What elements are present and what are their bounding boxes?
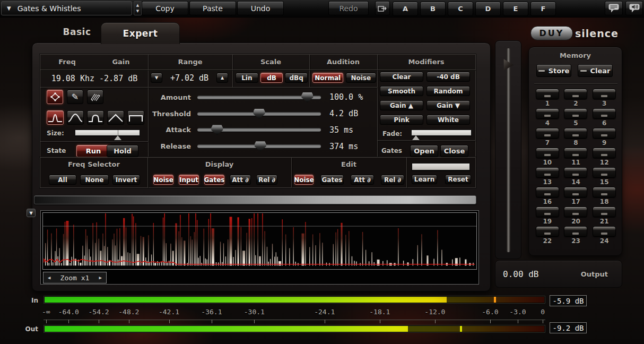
memory-slot-2-button[interactable] bbox=[564, 89, 587, 99]
preset-slot-c-button[interactable]: C bbox=[448, 2, 473, 16]
gates-open-button[interactable]: Open bbox=[410, 145, 438, 157]
edit-rel-button[interactable]: Rel ∂ bbox=[381, 175, 404, 185]
shape-peak-button[interactable] bbox=[107, 110, 124, 125]
memory-slot-4-button[interactable] bbox=[536, 108, 559, 119]
reset-button[interactable]: Reset bbox=[445, 175, 471, 184]
state-hold-button[interactable]: Hold bbox=[107, 145, 138, 157]
insert-preset-button[interactable] bbox=[375, 1, 390, 15]
display-rel-button[interactable]: Rel ∂ bbox=[256, 175, 277, 185]
paste-button[interactable]: Paste bbox=[189, 1, 236, 15]
modifier-40-db-button[interactable]: -40 dB bbox=[427, 72, 470, 82]
preset-slot-a-button[interactable]: A bbox=[393, 2, 418, 16]
memory-slot-10-button[interactable] bbox=[536, 148, 559, 158]
output-fader-handle[interactable] bbox=[503, 58, 514, 71]
freq-selector-all-button[interactable]: All bbox=[49, 175, 76, 185]
zoom-out-icon[interactable]: ◀ bbox=[43, 275, 55, 280]
learn-button[interactable]: Learn bbox=[412, 175, 437, 184]
release-slider-handle[interactable] bbox=[255, 141, 266, 151]
zoom-control[interactable]: ◀ Zoom x1 ▶ bbox=[43, 272, 107, 283]
zoom-in-icon[interactable]: ▶ bbox=[95, 275, 106, 280]
preset-slot-d-button[interactable]: D bbox=[475, 2, 501, 16]
range-increment-button[interactable]: ▲ bbox=[216, 73, 228, 83]
undo-button[interactable]: Undo bbox=[237, 1, 284, 15]
memory-slot-11-button[interactable] bbox=[564, 148, 587, 158]
audition-normal-button[interactable]: Normal bbox=[312, 73, 343, 83]
redo-button[interactable]: Redo bbox=[328, 1, 369, 15]
memory-clear-button[interactable]: Clear bbox=[578, 64, 613, 77]
size-slider-handle[interactable] bbox=[114, 135, 121, 140]
freq-selector-invert-button[interactable]: Invert bbox=[112, 175, 140, 185]
modifier-white-button[interactable]: White bbox=[427, 115, 470, 125]
memory-slot-17-button[interactable] bbox=[564, 187, 587, 197]
release-slider[interactable] bbox=[197, 144, 321, 148]
state-run-button[interactable]: Run bbox=[76, 145, 110, 157]
scale-db-button[interactable]: dB bbox=[260, 73, 283, 83]
spectrum-display[interactable]: ◀ Zoom x1 ▶ bbox=[40, 210, 479, 285]
threshold-slider[interactable] bbox=[197, 112, 321, 116]
memory-slot-1-button[interactable] bbox=[536, 89, 559, 99]
gates-close-button[interactable]: Close bbox=[440, 145, 468, 157]
range-decrement-button[interactable]: ▼ bbox=[151, 73, 162, 83]
display-scrollbar[interactable] bbox=[34, 195, 476, 204]
display-marker-button[interactable]: ▼ bbox=[27, 209, 36, 217]
pencil-tool-button[interactable]: ✎ bbox=[67, 90, 83, 104]
display-input-button[interactable]: Input bbox=[179, 175, 199, 185]
memory-store-button[interactable]: Store bbox=[536, 64, 571, 77]
modifier-gain-button[interactable]: Gain ▼ bbox=[427, 100, 470, 110]
memory-slot-9-button[interactable] bbox=[593, 128, 616, 139]
audio-preview-button[interactable] bbox=[625, 1, 643, 15]
scale-lin-button[interactable]: Lin bbox=[236, 73, 258, 83]
copy-button[interactable]: Copy bbox=[142, 1, 188, 15]
preset-selector[interactable]: ▼ Gates & Whistles bbox=[1, 1, 132, 15]
preset-spinner[interactable]: ▲ ▼ bbox=[134, 1, 142, 15]
hatch-tool-button[interactable] bbox=[87, 90, 103, 104]
fade-slider-handle[interactable] bbox=[412, 135, 420, 140]
memory-slot-7-button[interactable] bbox=[536, 128, 559, 139]
memory-slot-18-button[interactable] bbox=[593, 187, 616, 197]
size-slider[interactable] bbox=[75, 130, 140, 136]
modifier-gain-button[interactable]: Gain ▲ bbox=[380, 100, 423, 110]
node-tool-button[interactable] bbox=[47, 90, 63, 104]
fade-slider[interactable] bbox=[411, 130, 472, 136]
edit-gates-button[interactable]: Gates bbox=[320, 175, 344, 185]
display-noise-button[interactable]: Noise bbox=[153, 175, 173, 185]
shape-dome-button[interactable] bbox=[87, 110, 104, 125]
tab-expert[interactable]: Expert bbox=[101, 22, 180, 44]
output-fader[interactable] bbox=[507, 48, 510, 252]
memory-slot-5-button[interactable] bbox=[564, 108, 587, 119]
freq-selector-none-button[interactable]: None bbox=[80, 175, 109, 185]
preset-slot-f-button[interactable]: F bbox=[530, 2, 556, 16]
edit-att-button[interactable]: Att ∂ bbox=[351, 175, 374, 185]
memory-slot-20-button[interactable] bbox=[564, 207, 587, 217]
shape-narrow-bell-button[interactable] bbox=[47, 110, 64, 125]
memory-slot-15-button[interactable] bbox=[593, 167, 616, 178]
memory-slot-16-button[interactable] bbox=[536, 187, 559, 197]
spinner-down-icon[interactable]: ▼ bbox=[136, 9, 139, 13]
tab-basic[interactable]: Basic bbox=[50, 27, 103, 38]
attack-slider[interactable] bbox=[197, 128, 321, 132]
spinner-up-icon[interactable]: ▲ bbox=[136, 3, 139, 7]
shape-wide-bell-button[interactable] bbox=[67, 110, 84, 125]
shape-flat-top-button[interactable] bbox=[127, 110, 144, 125]
amount-slider-handle[interactable] bbox=[301, 92, 313, 102]
modifier-clear-button[interactable]: Clear bbox=[380, 72, 423, 82]
modifier-pink-button[interactable]: Pink bbox=[380, 115, 423, 125]
threshold-slider-handle[interactable] bbox=[254, 109, 265, 119]
spectrum-plot[interactable] bbox=[42, 212, 477, 270]
memory-slot-13-button[interactable] bbox=[536, 167, 559, 178]
attack-slider-handle[interactable] bbox=[211, 125, 223, 135]
memory-slot-19-button[interactable] bbox=[536, 207, 559, 217]
memory-slot-3-button[interactable] bbox=[593, 89, 616, 99]
preset-slot-e-button[interactable]: E bbox=[503, 2, 528, 16]
memory-slot-12-button[interactable] bbox=[593, 148, 616, 158]
comments-button[interactable] bbox=[605, 1, 623, 15]
memory-slot-6-button[interactable] bbox=[593, 108, 616, 119]
modifier-random-button[interactable]: Random bbox=[427, 86, 470, 96]
audition-noise-button[interactable]: Noise bbox=[346, 73, 377, 83]
display-att-button[interactable]: Att ∂ bbox=[230, 175, 251, 185]
modifier-smooth-button[interactable]: Smooth bbox=[380, 86, 423, 96]
scale-dbq-button[interactable]: dBq bbox=[285, 73, 308, 83]
memory-slot-21-button[interactable] bbox=[593, 207, 616, 217]
display-gates-button[interactable]: Gates bbox=[204, 175, 224, 185]
memory-slot-14-button[interactable] bbox=[564, 167, 587, 178]
